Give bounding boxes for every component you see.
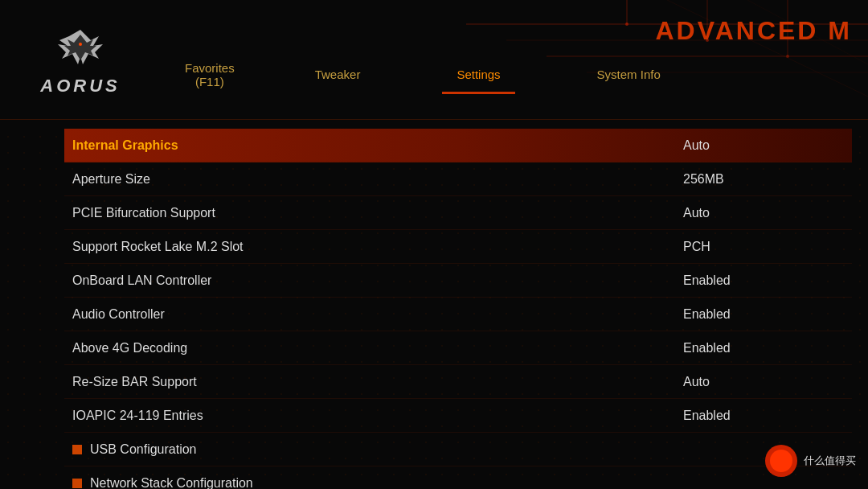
setting-name-network-stack: Network Stack Configuration xyxy=(72,476,683,490)
setting-row-pcie-bifurcation[interactable]: PCIE Bifurcation Support Auto xyxy=(64,196,852,230)
watermark-circle-icon xyxy=(765,445,797,477)
aorus-eagle-icon xyxy=(55,28,107,72)
setting-row-aperture-size[interactable]: Aperture Size 256MB xyxy=(64,162,852,196)
setting-row-onboard-lan[interactable]: OnBoard LAN Controller Enabled xyxy=(64,264,852,298)
tab-favorites-label: Favorites (F11) xyxy=(185,61,235,88)
page-title: ADVANCED M xyxy=(655,16,852,46)
setting-name-audio-controller: Audio Controller xyxy=(72,307,683,322)
setting-name-pcie-bifurcation: PCIE Bifurcation Support xyxy=(72,206,683,220)
logo-area: AORUS xyxy=(0,0,161,125)
setting-row-usb-config[interactable]: USB Configuration xyxy=(64,433,852,466)
setting-row-internal-graphics[interactable]: Internal Graphics Auto xyxy=(64,129,852,162)
setting-name-ioapic: IOAPIC 24-119 Entries xyxy=(72,409,683,423)
bullet-icon-usb xyxy=(72,445,82,454)
setting-name-resize-bar: Re-Size BAR Support xyxy=(72,375,683,389)
setting-name-usb-config: USB Configuration xyxy=(72,442,683,457)
setting-row-network-stack[interactable]: Network Stack Configuration xyxy=(64,466,852,489)
tab-system-info-label: System Info xyxy=(597,68,661,81)
setting-value-pcie-bifurcation: Auto xyxy=(683,206,844,220)
setting-name-onboard-lan: OnBoard LAN Controller xyxy=(72,273,683,288)
header: AORUS Favorites (F11) Tweaker Settings S… xyxy=(0,0,868,125)
setting-value-resize-bar: Auto xyxy=(683,375,844,389)
tab-settings[interactable]: Settings xyxy=(432,61,524,88)
setting-value-above-4g: Enabled xyxy=(683,341,844,355)
main-content: Internal Graphics Auto Aperture Size 256… xyxy=(64,129,852,489)
watermark: 什么值得买 xyxy=(765,445,856,477)
tab-system-info[interactable]: System Info xyxy=(573,61,685,88)
watermark-circle-inner xyxy=(770,450,792,472)
setting-row-resize-bar[interactable]: Re-Size BAR Support Auto xyxy=(64,365,852,399)
setting-row-rocket-lake[interactable]: Support Rocket Lake M.2 Slot PCH xyxy=(64,230,852,264)
svg-point-14 xyxy=(79,43,82,46)
setting-row-audio-controller[interactable]: Audio Controller Enabled xyxy=(64,298,852,331)
bullet-icon-network xyxy=(72,479,82,488)
page-title-area: ADVANCED M xyxy=(639,8,868,54)
setting-row-ioapic[interactable]: IOAPIC 24-119 Entries Enabled xyxy=(64,399,852,433)
settings-list: Internal Graphics Auto Aperture Size 256… xyxy=(64,129,852,489)
setting-name-rocket-lake: Support Rocket Lake M.2 Slot xyxy=(72,240,683,254)
setting-name-above-4g: Above 4G Decoding xyxy=(72,341,683,355)
setting-value-aperture-size: 256MB xyxy=(683,172,844,187)
watermark-text: 什么值得买 xyxy=(804,454,856,468)
setting-row-above-4g[interactable]: Above 4G Decoding Enabled xyxy=(64,331,852,365)
setting-value-audio-controller: Enabled xyxy=(683,307,844,322)
setting-value-internal-graphics: Auto xyxy=(683,138,844,153)
tab-tweaker-label: Tweaker xyxy=(315,68,361,81)
logo-text: AORUS xyxy=(40,76,120,97)
setting-value-rocket-lake: PCH xyxy=(683,240,844,254)
setting-value-onboard-lan: Enabled xyxy=(683,273,844,288)
nav-separator xyxy=(0,119,868,120)
setting-name-internal-graphics: Internal Graphics xyxy=(72,138,683,153)
tab-favorites[interactable]: Favorites (F11) xyxy=(161,55,259,95)
tab-settings-label: Settings xyxy=(457,68,500,81)
tab-tweaker[interactable]: Tweaker xyxy=(291,61,385,88)
setting-value-ioapic: Enabled xyxy=(683,409,844,423)
setting-name-aperture-size: Aperture Size xyxy=(72,172,683,187)
